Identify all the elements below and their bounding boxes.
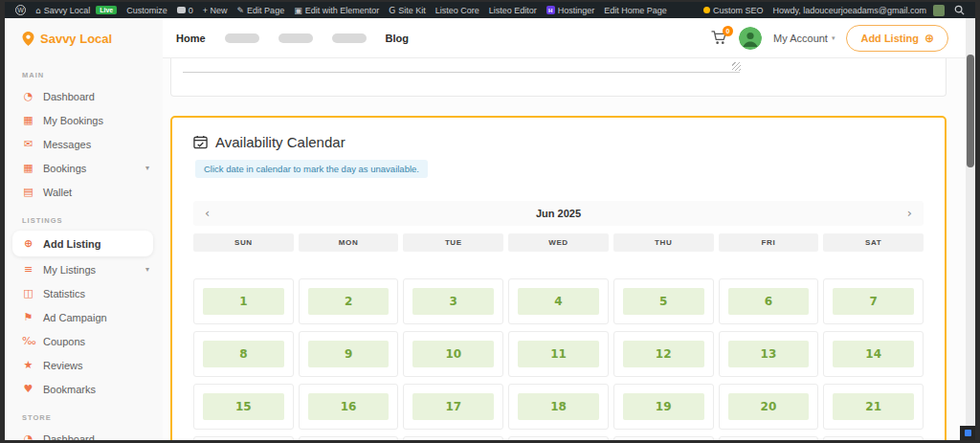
calendar-day-cell[interactable]: 21 — [823, 384, 924, 430]
admin-bar-hostinger[interactable]: H Hostinger — [542, 6, 600, 15]
calendar-day-cell[interactable]: 13 — [719, 331, 819, 377]
day-number: 20 — [728, 393, 810, 420]
calendar-day-cell[interactable]: 19 — [613, 384, 714, 430]
day-of-week-header: FRI — [719, 233, 819, 252]
nav-home[interactable]: Home — [176, 33, 206, 44]
sidebar-item-bookings[interactable]: ▦ Bookings ▾ — [5, 156, 163, 180]
calendar-day-cell[interactable]: 15 — [193, 384, 294, 430]
chevron-down-icon: ▾ — [145, 265, 149, 274]
sidebar-item-my-listings[interactable]: ≡ My Listings ▾ — [5, 257, 163, 281]
calendar-day-cell[interactable]: 5 — [613, 278, 714, 324]
add-listing-button[interactable]: Add Listing ⊕ — [846, 25, 948, 52]
sidebar-item-label: Dashboard — [43, 433, 95, 441]
sidebar-item-bookmarks[interactable]: ♥ Bookmarks — [5, 377, 163, 401]
sidebar-item-wallet[interactable]: ▤ Wallet — [5, 180, 163, 204]
scrollbar-thumb[interactable] — [967, 55, 974, 167]
textarea[interactable] — [183, 58, 740, 73]
sidebar-item-coupons[interactable]: ‰ Coupons — [5, 329, 163, 353]
calendar-day-cell[interactable]: 25 — [508, 436, 609, 440]
admin-bar-edit-home-page[interactable]: Edit Home Page — [599, 6, 672, 15]
add-listing-label: Add Listing — [860, 33, 919, 44]
sidebar-section-main: MAIN — [5, 58, 163, 84]
my-account-menu[interactable]: My Account ▾ — [773, 33, 835, 44]
admin-bar-edit-page[interactable]: ✎ Edit Page — [233, 6, 290, 15]
calendar-day-cell[interactable]: 9 — [299, 331, 399, 377]
calendar-day-cell[interactable]: 22 — [193, 436, 294, 440]
admin-bar-howdy[interactable]: Howdy, ladouceurjoeadams@gmail.com — [768, 5, 949, 16]
cart-button[interactable]: 0 — [711, 31, 727, 45]
admin-bar-listeo-core[interactable]: Listeo Core — [431, 6, 484, 15]
admin-bar-new[interactable]: + New — [198, 6, 233, 15]
redacted-nav-item[interactable] — [332, 33, 367, 43]
heart-icon: ♥ — [22, 383, 34, 395]
comments-icon — [177, 7, 186, 13]
day-number: 6 — [728, 288, 810, 315]
sidebar-item-messages[interactable]: ✉ Messages — [5, 132, 163, 156]
sidebar-item-add-listing[interactable]: ⊕ Add Listing — [12, 231, 153, 256]
resize-handle-icon[interactable] — [732, 62, 741, 71]
day-number: 1 — [203, 288, 284, 315]
calendar-day-cell[interactable]: 3 — [403, 278, 503, 324]
google-g-icon: G — [389, 6, 395, 15]
calendar-day-cell[interactable]: 6 — [719, 278, 819, 324]
sidebar-item-label: Bookmarks — [43, 384, 96, 395]
sidebar-item-reviews[interactable]: ★ Reviews — [5, 353, 163, 377]
calendar-day-cell[interactable]: 24 — [403, 436, 503, 440]
corner-widget[interactable] — [960, 426, 975, 440]
avatar[interactable] — [739, 27, 762, 50]
my-account-label: My Account — [773, 33, 828, 44]
sidebar-item-label: Wallet — [43, 187, 72, 198]
calendar-day-cell[interactable]: 20 — [719, 384, 819, 430]
day-number: 15 — [203, 393, 284, 420]
calendar-day-cell[interactable]: 11 — [508, 331, 609, 377]
admin-bar-site-name[interactable]: ⌂ Savvy Local Live — [31, 6, 122, 15]
day-number: 19 — [623, 393, 704, 420]
calendar-day-cell[interactable]: 17 — [403, 384, 503, 430]
redacted-nav-item[interactable] — [225, 33, 259, 43]
sidebar-item-statistics[interactable]: ◫ Statistics — [5, 281, 163, 305]
calendar-day-cell[interactable]: 28 — [823, 436, 924, 440]
admin-bar-customize[interactable]: Customize — [122, 6, 172, 15]
next-month-button[interactable]: › — [896, 201, 924, 226]
tag-icon: ‰ — [22, 335, 34, 347]
calendar-day-cell[interactable]: 2 — [299, 278, 399, 324]
sidebar-item-label: My Bookings — [43, 115, 103, 126]
edit-page-label: Edit Page — [247, 6, 284, 15]
calendar-day-cell[interactable]: 23 — [299, 436, 399, 440]
admin-bar-edit-with-elementor[interactable]: ▣ Edit with Elementor — [289, 6, 384, 15]
sidebar-item-ad-campaign[interactable]: ⚑ Ad Campaign — [5, 305, 163, 329]
nav-blog[interactable]: Blog — [386, 33, 409, 44]
calendar-day-cell[interactable]: 27 — [719, 436, 819, 440]
calendar-day-cell[interactable]: 18 — [508, 384, 609, 430]
admin-bar-comments[interactable]: 0 — [172, 6, 198, 15]
redacted-nav-item[interactable] — [278, 33, 313, 43]
prev-month-button[interactable]: ‹ — [193, 201, 221, 226]
wordpress-logo-menu[interactable]: W — [11, 5, 31, 15]
dashboard-sidebar: Savvy Local MAIN ◔ Dashboard ▦ My Bookin… — [5, 18, 163, 440]
admin-bar-custom-seo[interactable]: Custom SEO — [699, 6, 768, 15]
calendar-day-cell[interactable]: 7 — [823, 278, 924, 324]
day-of-week-header: SUN — [193, 233, 294, 252]
calendar-day-cell[interactable]: 26 — [613, 436, 714, 440]
page-content: Availability Calendar Click date in cale… — [163, 58, 966, 440]
live-badge: Live — [96, 6, 117, 14]
calendar-icon: ▦ — [22, 162, 34, 174]
day-of-week-header: WED — [508, 233, 609, 252]
calendar-day-cell[interactable]: 8 — [193, 331, 294, 377]
admin-bar-search[interactable] — [949, 5, 969, 15]
sidebar-item-store-dashboard[interactable]: ◔ Dashboard — [5, 427, 163, 440]
calendar-day-cell[interactable]: 14 — [823, 331, 924, 377]
megaphone-icon: ⚑ — [22, 311, 34, 323]
calendar-day-cell[interactable]: 16 — [299, 384, 399, 430]
calendar-day-cell[interactable]: 10 — [403, 331, 503, 377]
calendar-day-cell[interactable]: 4 — [508, 278, 609, 324]
site-logo[interactable]: Savvy Local — [5, 18, 163, 58]
admin-bar-listeo-editor[interactable]: Listeo Editor — [484, 6, 542, 15]
sidebar-item-dashboard[interactable]: ◔ Dashboard — [5, 84, 163, 108]
sidebar-item-my-bookings[interactable]: ▦ My Bookings — [5, 108, 163, 132]
calendar-day-cell[interactable]: 12 — [613, 331, 714, 377]
admin-bar-site-kit[interactable]: G Site Kit — [384, 6, 431, 15]
sidebar-item-label: Coupons — [43, 336, 85, 347]
page-scrollbar[interactable] — [966, 18, 975, 440]
calendar-day-cell[interactable]: 1 — [193, 278, 294, 324]
